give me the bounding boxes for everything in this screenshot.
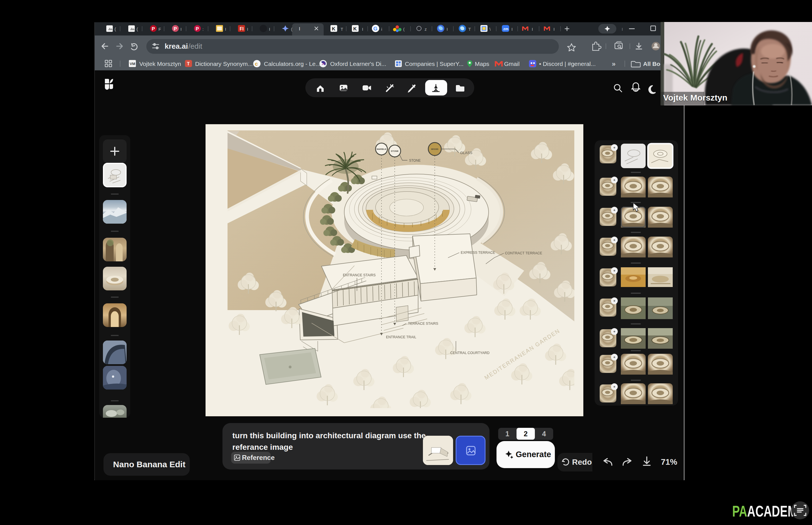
- svg-text:71%: 71%: [661, 457, 677, 466]
- svg-text:I: I: [299, 26, 300, 32]
- svg-text:CENTRAL COURTYARD: CENTRAL COURTYARD: [450, 351, 490, 355]
- svg-text:✦: ✦: [613, 238, 616, 242]
- svg-text:Maps: Maps: [475, 61, 489, 67]
- svg-text:I: I: [225, 27, 226, 32]
- svg-text:F: F: [158, 27, 161, 32]
- svg-text:✦: ✦: [613, 146, 616, 150]
- svg-text:✦: ✦: [613, 269, 616, 273]
- svg-text:ENTRANCE STAIRS: ENTRANCE STAIRS: [343, 273, 376, 277]
- svg-text:Companies | SuperY...: Companies | SuperY...: [405, 61, 464, 67]
- svg-text:K: K: [332, 26, 335, 32]
- svg-text:Fl: Fl: [240, 27, 244, 31]
- svg-text:GLASS: GLASS: [460, 151, 473, 155]
- svg-text:I: I: [532, 27, 533, 32]
- svg-text:CONTRACT TERRACE: CONTRACT TERRACE: [505, 251, 542, 255]
- svg-text:Dictionary Synonym...: Dictionary Synonym...: [195, 61, 252, 67]
- svg-text:WOOD: WOOD: [431, 148, 438, 150]
- svg-text:i: i: [381, 27, 382, 32]
- svg-text:I: I: [269, 27, 270, 32]
- svg-text:(: (: [136, 27, 138, 32]
- svg-text:I: I: [447, 27, 448, 32]
- svg-text:(: (: [403, 27, 405, 32]
- svg-text:I: I: [622, 27, 623, 32]
- svg-text:krea.ai: krea.ai: [165, 42, 188, 50]
- svg-text:T: T: [187, 61, 190, 66]
- svg-text:T: T: [340, 27, 343, 32]
- svg-text:P: P: [196, 26, 199, 32]
- svg-text:(: (: [115, 27, 116, 32]
- svg-text:I: I: [511, 27, 512, 32]
- svg-text:ENTRANCE TRAIL: ENTRANCE TRAIL: [386, 335, 416, 339]
- svg-text:Gmail: Gmail: [504, 61, 520, 67]
- svg-text:zm: zm: [503, 27, 508, 31]
- svg-text:I: I: [180, 27, 182, 32]
- svg-text:EXPRESS TERRACE: EXPRESS TERRACE: [461, 251, 495, 255]
- svg-text:G: G: [373, 26, 378, 32]
- svg-text:P: P: [174, 26, 177, 32]
- svg-text:/edit: /edit: [188, 42, 202, 50]
- svg-text:✦: ✦: [613, 299, 616, 303]
- svg-text:✦: ✦: [613, 330, 616, 334]
- svg-text:✦: ✦: [613, 208, 616, 212]
- svg-text:T: T: [468, 27, 471, 32]
- svg-text:✦: ✦: [613, 178, 616, 182]
- svg-text:Oxford Learner's Di...: Oxford Learner's Di...: [330, 61, 386, 67]
- svg-text:VM: VM: [130, 62, 135, 66]
- svg-text:STONE: STONE: [391, 150, 399, 152]
- svg-text:✦: ✦: [613, 385, 616, 389]
- svg-text:\: \: [490, 27, 491, 32]
- svg-text:c: c: [255, 61, 258, 67]
- svg-text:»: »: [612, 60, 615, 68]
- svg-text:STONE: STONE: [409, 159, 421, 163]
- svg-text:K: K: [353, 26, 357, 32]
- svg-text::: :: [202, 27, 204, 32]
- svg-text:I: I: [553, 27, 555, 32]
- svg-text:I: I: [247, 27, 248, 32]
- svg-text:z: z: [425, 27, 427, 32]
- svg-text:• Discord | #general...: • Discord | #general...: [539, 61, 596, 67]
- svg-text:Calculators.org - Le...: Calculators.org - Le...: [264, 61, 321, 67]
- svg-text:P: P: [152, 26, 155, 32]
- svg-text:I: I: [362, 27, 363, 32]
- svg-text:MARBLE: MARBLE: [377, 148, 387, 150]
- svg-text:TERRACE STAIRS: TERRACE STAIRS: [408, 321, 438, 326]
- svg-text:✦: ✦: [613, 355, 616, 359]
- svg-text:(: (: [291, 27, 292, 32]
- svg-text:Vojtek Morsztyn: Vojtek Morsztyn: [139, 61, 181, 67]
